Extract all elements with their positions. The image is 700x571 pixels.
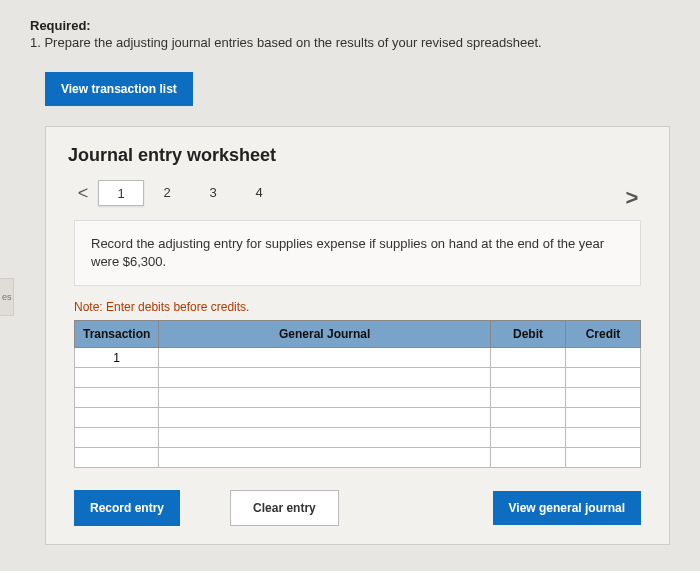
chevron-left-icon[interactable]: <	[68, 180, 98, 206]
col-header-debit: Debit	[491, 321, 566, 348]
col-header-general-journal: General Journal	[159, 321, 491, 348]
journal-worksheet-card: Journal entry worksheet < 1 2 3 4 > Reco…	[45, 126, 670, 545]
debits-before-credits-note: Note: Enter debits before credits.	[74, 300, 641, 314]
tab-1[interactable]: 1	[98, 180, 144, 206]
cell-credit[interactable]	[566, 428, 641, 448]
required-label: Required:	[30, 18, 670, 33]
cell-transaction	[75, 368, 159, 388]
cell-transaction	[75, 388, 159, 408]
table-row	[75, 368, 641, 388]
entry-prompt: Record the adjusting entry for supplies …	[74, 220, 641, 286]
cell-debit[interactable]	[491, 388, 566, 408]
tab-3[interactable]: 3	[190, 180, 236, 206]
cell-transaction	[75, 408, 159, 428]
cell-credit[interactable]	[566, 448, 641, 468]
cell-credit[interactable]	[566, 368, 641, 388]
left-panel-stub: es	[0, 278, 14, 316]
cell-transaction	[75, 448, 159, 468]
table-row: 1	[75, 348, 641, 368]
cell-debit[interactable]	[491, 428, 566, 448]
cell-transaction	[75, 428, 159, 448]
actions-row: Record entry Clear entry View general jo…	[74, 490, 641, 526]
cell-debit[interactable]	[491, 408, 566, 428]
col-header-transaction: Transaction	[75, 321, 159, 348]
col-header-credit: Credit	[566, 321, 641, 348]
cell-credit[interactable]	[566, 408, 641, 428]
cell-account[interactable]	[159, 448, 491, 468]
cell-account[interactable]	[159, 348, 491, 368]
chevron-right-icon[interactable]: >	[617, 185, 647, 211]
record-entry-button[interactable]: Record entry	[74, 490, 180, 526]
clear-entry-button[interactable]: Clear entry	[230, 490, 339, 526]
cell-debit[interactable]	[491, 368, 566, 388]
cell-debit[interactable]	[491, 448, 566, 468]
cell-credit[interactable]	[566, 348, 641, 368]
cell-credit[interactable]	[566, 388, 641, 408]
table-row	[75, 448, 641, 468]
table-row	[75, 428, 641, 448]
tabs-row: < 1 2 3 4	[68, 180, 647, 206]
cell-account[interactable]	[159, 388, 491, 408]
cell-account[interactable]	[159, 428, 491, 448]
instructions-text: 1. Prepare the adjusting journal entries…	[30, 35, 670, 50]
worksheet-title: Journal entry worksheet	[68, 145, 647, 166]
cell-transaction: 1	[75, 348, 159, 368]
cell-debit[interactable]	[491, 348, 566, 368]
cell-account[interactable]	[159, 408, 491, 428]
tab-4[interactable]: 4	[236, 180, 282, 206]
view-transaction-list-button[interactable]: View transaction list	[45, 72, 193, 106]
cell-account[interactable]	[159, 368, 491, 388]
table-row	[75, 388, 641, 408]
tab-2[interactable]: 2	[144, 180, 190, 206]
table-row	[75, 408, 641, 428]
view-general-journal-button[interactable]: View general journal	[493, 491, 641, 525]
left-stub-text: es	[2, 292, 12, 302]
journal-entry-table: Transaction General Journal Debit Credit…	[74, 320, 641, 468]
